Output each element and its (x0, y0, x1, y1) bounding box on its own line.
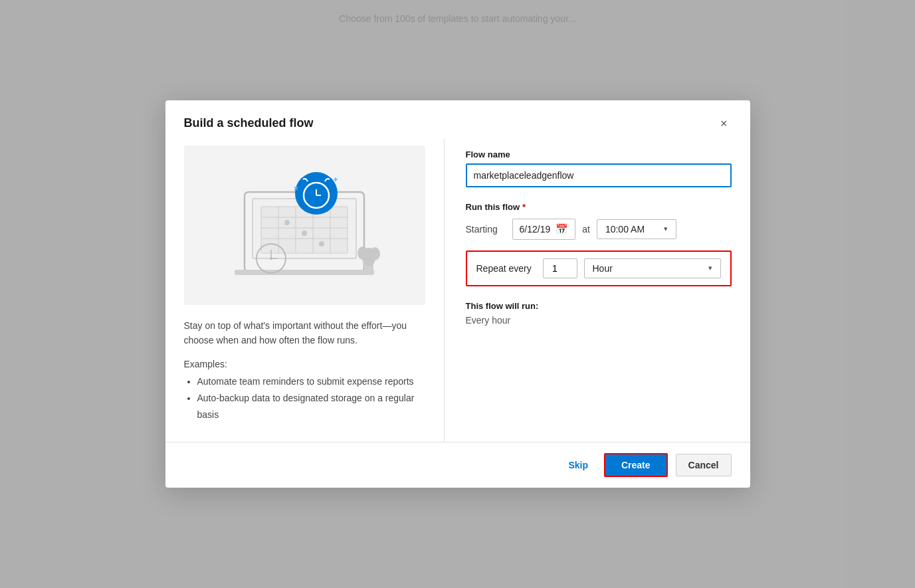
left-panel: Stay on top of what's important without … (165, 139, 445, 442)
svg-point-10 (284, 220, 290, 225)
date-picker[interactable]: 6/12/19 📅 (512, 219, 576, 240)
repeat-unit-dropdown[interactable]: Hour ▾ (584, 258, 721, 278)
dialog-title: Build a scheduled flow (184, 116, 314, 130)
create-button[interactable]: Create (604, 453, 668, 477)
date-value: 6/12/19 (520, 224, 551, 235)
examples-label: Examples: (184, 359, 425, 369)
repeat-unit-chevron-icon: ▾ (708, 264, 712, 272)
starting-label: Starting (466, 224, 506, 235)
svg-rect-13 (235, 270, 374, 275)
example-item-2: Auto-backup data to designated storage o… (197, 390, 425, 423)
left-description: Stay on top of what's important without … (184, 318, 425, 348)
scheduled-flow-dialog: Build a scheduled flow × (165, 100, 750, 488)
repeat-every-row: Repeat every Hour ▾ (466, 250, 732, 286)
chevron-down-icon: ▾ (664, 225, 668, 233)
dialog-footer: Skip Create Cancel (165, 442, 750, 488)
right-panel: Flow name Run this flow * Starting 6/12/… (445, 139, 750, 442)
time-value: 10:00 AM (605, 224, 645, 235)
dialog-body: Stay on top of what's important without … (165, 139, 750, 442)
repeat-unit-value: Hour (593, 263, 703, 274)
skip-button[interactable]: Skip (560, 454, 596, 476)
example-item-1: Automate team reminders to submit expens… (197, 373, 425, 390)
flow-run-description: Every hour (466, 315, 732, 326)
at-label: at (582, 224, 590, 235)
run-flow-label: Run this flow * (466, 202, 732, 212)
dialog-backdrop: Build a scheduled flow × (0, 0, 915, 588)
this-flow-will-run-label: This flow will run: (466, 301, 732, 311)
cancel-button[interactable]: Cancel (676, 454, 732, 476)
illustration (184, 146, 425, 305)
svg-point-20 (357, 246, 368, 260)
svg-point-11 (302, 231, 307, 236)
run-flow-text: Run this flow (466, 202, 520, 212)
close-button[interactable]: × (716, 115, 732, 132)
flow-name-label: Flow name (466, 149, 732, 159)
svg-rect-2 (261, 207, 348, 253)
svg-point-21 (369, 247, 380, 260)
repeat-number-input[interactable] (543, 258, 577, 278)
svg-point-12 (319, 241, 324, 246)
calendar-icon: 📅 (556, 223, 568, 235)
dialog-header: Build a scheduled flow × (165, 100, 750, 139)
examples-list: Automate team reminders to submit expens… (184, 373, 425, 424)
starting-row: Starting 6/12/19 📅 at 10:00 AM ▾ (466, 219, 732, 240)
repeat-every-label: Repeat every (476, 263, 536, 274)
flow-name-input[interactable] (466, 163, 732, 187)
time-picker[interactable]: 10:00 AM ▾ (597, 219, 676, 239)
required-star: * (522, 202, 526, 212)
